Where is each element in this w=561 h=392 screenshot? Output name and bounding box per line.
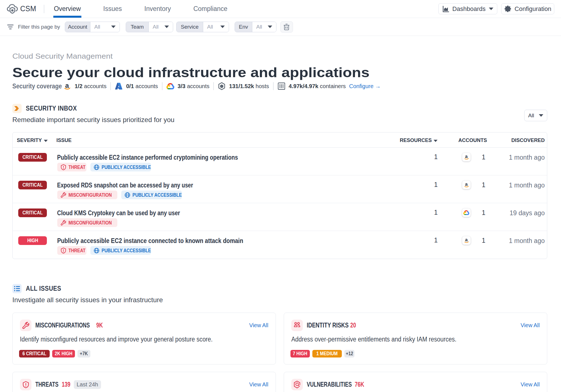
svg-text:a: a	[65, 82, 69, 89]
svg-text:a: a	[465, 182, 468, 187]
svg-text:a: a	[465, 154, 468, 159]
svg-text:a: a	[465, 237, 468, 242]
